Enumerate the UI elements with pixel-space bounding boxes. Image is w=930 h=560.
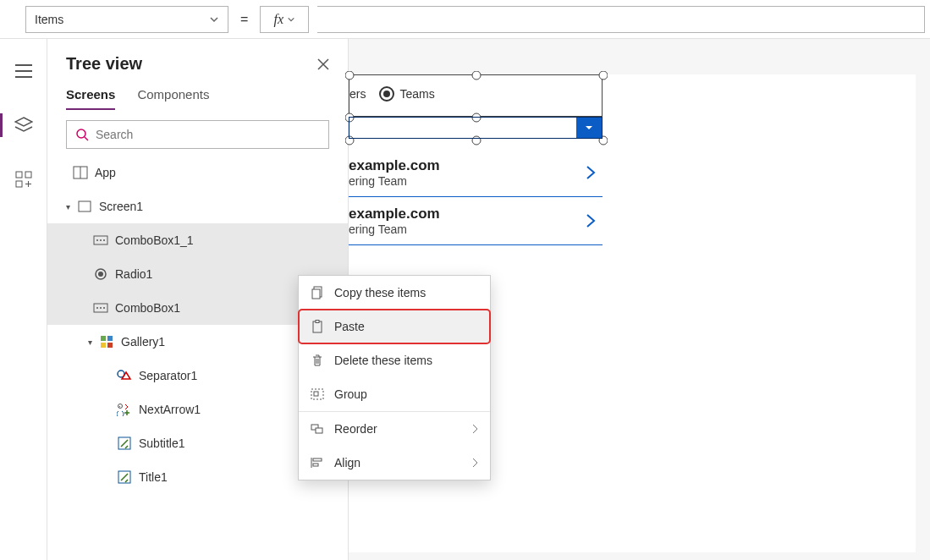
ctx-align-label: Align	[334, 456, 360, 469]
ctx-group[interactable]: Group	[299, 377, 490, 411]
gallery-item-title: example.com	[349, 206, 440, 222]
insert-rail-button[interactable]	[7, 164, 41, 195]
tree-node-label: Screen1	[99, 200, 143, 213]
svg-rect-17	[107, 336, 113, 341]
close-button[interactable]	[317, 58, 329, 70]
svg-rect-18	[101, 343, 106, 348]
svg-rect-41	[313, 464, 318, 466]
equals-label: =	[237, 12, 251, 27]
tree-view-rail-button[interactable]	[7, 110, 41, 140]
tree-node-label: Radio1	[115, 267, 152, 281]
separator-icon	[117, 368, 132, 383]
gallery-control: example.com ering Team example.com ering…	[349, 149, 603, 245]
ctx-reorder-label: Reorder	[334, 422, 377, 436]
fx-icon: fx	[274, 12, 284, 27]
text-icon	[117, 436, 132, 451]
svg-point-24	[345, 71, 354, 80]
tree-node-screen1[interactable]: ▾ Screen1	[47, 189, 348, 223]
tree-node-label: ComboBox1_1	[115, 233, 194, 247]
svg-point-11	[98, 272, 103, 277]
left-rail	[0, 39, 47, 560]
selected-radio-control[interactable]: ers Teams	[349, 74, 603, 117]
collapse-icon[interactable]: ▾	[66, 202, 70, 211]
app-icon	[73, 165, 88, 180]
radio-option-1-label: ers	[349, 87, 366, 101]
context-menu: Copy these items Paste Delete these item…	[298, 275, 491, 480]
svg-rect-0	[16, 172, 22, 178]
ctx-paste[interactable]: Paste	[299, 310, 490, 343]
chevron-right-icon	[471, 424, 478, 434]
svg-rect-39	[316, 428, 322, 433]
copy-icon	[311, 286, 324, 299]
chevron-down-icon	[583, 122, 595, 134]
chevron-down-icon	[209, 14, 219, 25]
tree-node-app[interactable]: App	[47, 156, 348, 189]
combobox-icon	[93, 233, 108, 248]
gallery-icon	[99, 334, 114, 349]
ctx-paste-label: Paste	[334, 320, 365, 333]
svg-point-26	[599, 71, 608, 80]
ctx-group-label: Group	[334, 387, 367, 401]
radio-dot-on-icon	[379, 86, 394, 102]
ctx-reorder[interactable]: Reorder	[299, 412, 490, 446]
tab-components[interactable]: Components	[137, 87, 209, 110]
close-icon	[317, 58, 329, 70]
hamburger-button[interactable]	[7, 56, 41, 86]
tree-node-label: ComboBox1	[115, 301, 180, 315]
align-icon	[311, 456, 324, 469]
search-input[interactable]: Search	[66, 120, 329, 149]
tree-node-combobox1-1[interactable]: ComboBox1_1	[47, 223, 348, 257]
ctx-delete-label: Delete these items	[334, 354, 432, 367]
gallery-item-title: example.com	[349, 157, 440, 174]
chevron-right-icon[interactable]	[584, 164, 597, 181]
svg-rect-19	[107, 343, 113, 348]
hamburger-icon	[15, 64, 32, 78]
svg-rect-36	[311, 389, 323, 399]
gallery-item[interactable]: example.com ering Team	[349, 197, 603, 245]
combobox-icon	[93, 300, 108, 316]
svg-rect-40	[313, 458, 322, 461]
tab-screens[interactable]: Screens	[66, 87, 115, 110]
combobox-drop-button[interactable]	[576, 118, 602, 138]
radio-option-2[interactable]: Teams	[379, 86, 434, 102]
reorder-icon	[311, 422, 324, 436]
svg-rect-5	[79, 201, 91, 211]
tree-node-label: Separator1	[139, 369, 197, 382]
svg-point-9	[103, 239, 105, 241]
ctx-align[interactable]: Align	[299, 446, 490, 480]
screen-icon	[77, 199, 92, 214]
fx-button[interactable]: fx	[260, 6, 309, 33]
layers-icon	[14, 117, 33, 134]
ctx-copy[interactable]: Copy these items	[299, 276, 490, 310]
svg-rect-37	[314, 392, 318, 396]
grid-plus-icon	[15, 171, 32, 188]
paste-icon	[311, 320, 324, 333]
svg-point-15	[103, 307, 105, 309]
svg-point-7	[96, 239, 98, 241]
radio-option-2-label: Teams	[399, 87, 434, 101]
combobox-control[interactable]	[349, 117, 603, 139]
formula-input[interactable]	[317, 6, 925, 33]
property-dropdown[interactable]: Items	[25, 6, 228, 33]
ctx-delete[interactable]: Delete these items	[299, 343, 490, 377]
tree-node-label: Title1	[139, 470, 168, 484]
svg-rect-33	[312, 289, 320, 299]
nextarrow-icon	[117, 402, 132, 417]
group-icon	[311, 387, 324, 401]
svg-point-13	[96, 307, 98, 309]
collapse-icon[interactable]: ▾	[88, 338, 92, 347]
trash-icon	[311, 354, 324, 367]
svg-rect-2	[16, 181, 22, 187]
text-icon	[117, 469, 132, 485]
chevron-down-icon	[287, 15, 295, 24]
chevron-right-icon[interactable]	[584, 212, 597, 229]
tree-title: Tree view	[66, 54, 142, 74]
svg-rect-16	[101, 336, 106, 341]
gallery-item[interactable]: example.com ering Team	[349, 149, 603, 197]
tree-node-label: NextArrow1	[139, 403, 201, 416]
search-placeholder: Search	[96, 128, 133, 141]
tree-tabs: Screens Components	[47, 82, 348, 110]
formula-bar: Items = fx	[0, 0, 930, 39]
radio-option-1[interactable]: ers	[349, 87, 366, 101]
gallery-item-subtitle: ering Team	[349, 222, 440, 236]
